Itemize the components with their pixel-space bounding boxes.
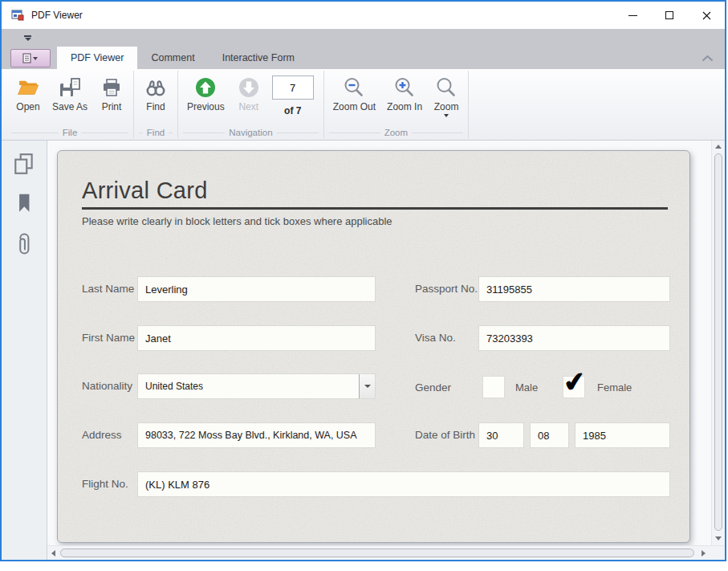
dob-day-value: 30 xyxy=(486,430,498,442)
close-icon xyxy=(702,11,711,20)
open-button[interactable]: Open xyxy=(10,71,47,114)
tab-comment[interactable]: Comment xyxy=(137,47,208,69)
flight-no-label: Flight No. xyxy=(82,472,128,496)
print-button-label: Print xyxy=(102,101,122,112)
nationality-combobox[interactable]: United States xyxy=(138,374,375,398)
group-label-file: File xyxy=(63,128,78,137)
horizontal-scrollbar[interactable] xyxy=(47,545,710,560)
scroll-up-button[interactable] xyxy=(712,145,725,149)
address-field[interactable]: 98033, 722 Moss Bay Blvd., Kirkland, WA,… xyxy=(138,423,375,447)
zoom-dropdown-button[interactable]: Zoom xyxy=(428,71,465,119)
pdf-viewer-window: PDF Viewer PDF Viewer Comment xyxy=(0,0,726,561)
passport-no-field[interactable]: 31195855 xyxy=(479,277,669,301)
next-arrow-icon xyxy=(238,76,260,99)
previous-button-label: Previous xyxy=(187,101,225,112)
navigation-pane xyxy=(2,141,47,560)
zoom-in-icon xyxy=(393,76,416,99)
nationality-dropdown-button[interactable] xyxy=(359,374,375,398)
gender-label: Gender xyxy=(415,376,451,400)
find-button[interactable]: Find xyxy=(137,71,174,114)
gender-female-checkbox[interactable]: ✔ xyxy=(563,377,584,398)
previous-page-button[interactable]: Previous xyxy=(181,71,230,114)
visa-no-field[interactable]: 73203393 xyxy=(479,326,669,350)
first-name-field[interactable]: Janet xyxy=(138,326,375,350)
visa-no-value: 73203393 xyxy=(486,332,533,345)
page-count-label: of 7 xyxy=(284,105,301,116)
horizontal-scrollbar-thumb[interactable] xyxy=(60,549,694,557)
scroll-up-icon xyxy=(715,145,722,149)
ribbon-group-zoom: Zoom Out Zoom In Zoom xyxy=(324,69,468,140)
scroll-right-button[interactable] xyxy=(702,546,706,560)
dob-day-field[interactable]: 30 xyxy=(479,423,523,447)
scrollbar-corner xyxy=(710,545,725,560)
tab-pdf-viewer[interactable]: PDF Viewer xyxy=(57,47,137,69)
customize-quick-access-button[interactable] xyxy=(24,35,31,41)
date-of-birth-label: Date of Birth xyxy=(415,423,475,447)
zoom-dropdown-arrow-icon xyxy=(444,114,449,117)
pdf-page: Arrival Card Please write clearly in blo… xyxy=(57,150,690,543)
page-thumbnails-button[interactable] xyxy=(12,152,36,179)
zoom-out-icon xyxy=(343,76,365,99)
passport-no-label: Passport No. xyxy=(415,277,478,301)
scroll-left-button[interactable] xyxy=(51,546,55,560)
gender-male-label: Male xyxy=(515,376,538,400)
print-icon xyxy=(100,76,123,99)
document-canvas[interactable]: Arrival Card Please write clearly in blo… xyxy=(47,141,711,545)
group-separator xyxy=(468,71,469,138)
flight-no-value: (KL) KLM 876 xyxy=(145,479,209,491)
zoom-button-label: Zoom xyxy=(434,101,459,112)
ribbon-tab-row: PDF Viewer Comment Interactive Form xyxy=(2,47,725,69)
zoom-out-button[interactable]: Zoom Out xyxy=(327,71,381,114)
save-as-button[interactable]: Save As xyxy=(47,71,93,114)
bookmarks-button[interactable] xyxy=(12,191,36,218)
minimize-button[interactable] xyxy=(614,2,651,29)
application-menu-icon xyxy=(22,53,39,63)
maximize-button[interactable] xyxy=(651,2,688,29)
chevron-up-icon xyxy=(702,55,714,62)
find-binoculars-icon xyxy=(144,76,167,99)
save-as-icon xyxy=(59,76,81,99)
bookmarks-icon xyxy=(12,191,36,215)
scroll-down-button[interactable] xyxy=(712,536,725,540)
first-name-value: Janet xyxy=(145,332,171,345)
zoom-in-button-label: Zoom In xyxy=(387,101,422,112)
customize-quick-access-icon xyxy=(24,35,31,37)
ribbon-toolbar: Open Save As xyxy=(2,69,725,141)
group-label-find: Find xyxy=(147,128,165,137)
page-number-input[interactable] xyxy=(272,75,314,100)
gender-male-checkbox[interactable] xyxy=(483,377,504,398)
tab-interactive-form[interactable]: Interactive Form xyxy=(209,47,308,69)
close-button[interactable] xyxy=(688,2,725,29)
nationality-value: United States xyxy=(145,381,203,392)
attachments-button[interactable] xyxy=(12,230,36,261)
collapse-ribbon-button[interactable] xyxy=(702,51,714,65)
dob-month-value: 08 xyxy=(538,430,549,442)
dob-year-field[interactable]: 1985 xyxy=(575,423,669,447)
flight-no-field[interactable]: (KL) KLM 876 xyxy=(138,472,669,496)
dob-year-value: 1985 xyxy=(583,430,606,442)
vertical-scrollbar-thumb[interactable] xyxy=(714,153,722,531)
last-name-field[interactable]: Leverling xyxy=(138,277,375,301)
ribbon-group-find: Find Find xyxy=(134,69,177,140)
visa-no-label: Visa No. xyxy=(415,326,456,350)
previous-arrow-icon xyxy=(194,76,217,99)
zoom-out-button-label: Zoom Out xyxy=(333,101,376,112)
zoom-in-button[interactable]: Zoom In xyxy=(381,71,428,114)
tab-comment-label: Comment xyxy=(151,52,194,63)
minimize-icon xyxy=(628,15,637,16)
dob-month-field[interactable]: 08 xyxy=(531,423,568,447)
dropdown-arrow-icon xyxy=(364,385,371,388)
tab-interactive-form-label: Interactive Form xyxy=(222,52,295,63)
passport-no-value: 31195855 xyxy=(486,283,532,296)
application-menu-button[interactable] xyxy=(10,49,51,67)
maximize-icon xyxy=(665,11,673,19)
quick-access-toolbar xyxy=(2,29,725,47)
vertical-scrollbar[interactable] xyxy=(711,141,725,545)
print-button[interactable]: Print xyxy=(93,71,130,114)
tab-pdf-viewer-label: PDF Viewer xyxy=(71,52,124,63)
open-button-label: Open xyxy=(16,101,39,112)
next-page-button[interactable]: Next xyxy=(230,71,267,114)
gender-female-label: Female xyxy=(597,376,632,400)
document-subtitle: Please write clearly in block letters an… xyxy=(82,215,392,227)
last-name-value: Leverling xyxy=(145,283,188,296)
